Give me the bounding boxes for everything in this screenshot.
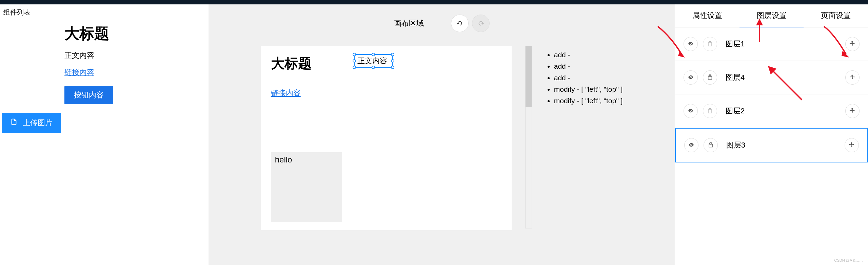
upload-image-button[interactable]: 上传图片 <box>2 113 61 133</box>
canvas-region: 画布区域 大标题 正文内容 <box>209 4 675 265</box>
layer-drag-handle[interactable] <box>845 70 860 85</box>
watermark: CSDN @A &…… <box>834 258 863 262</box>
move-icon <box>849 41 855 48</box>
layer-visibility-toggle[interactable] <box>684 138 698 152</box>
canvas-hello-box[interactable]: hello <box>271 152 342 222</box>
unlock-icon <box>708 142 714 149</box>
event-log-item: modify - [ "left", "top" ] <box>554 95 623 107</box>
layer-row[interactable]: 图层4 <box>675 61 868 94</box>
component-heading[interactable]: 大标题 <box>64 24 208 44</box>
component-text[interactable]: 正文内容 <box>64 50 208 61</box>
move-icon <box>849 142 855 149</box>
canvas-artboard[interactable]: 大标题 正文内容 链接内容 hello <box>261 46 512 230</box>
layer-drag-handle[interactable] <box>845 138 859 152</box>
move-icon <box>849 108 855 115</box>
eye-icon <box>688 74 694 81</box>
unlock-icon <box>707 74 713 81</box>
canvas-link-element[interactable]: 链接内容 <box>271 88 501 98</box>
layer-name-label: 图层1 <box>726 39 840 49</box>
resize-handle-br[interactable] <box>391 66 394 69</box>
event-log-item: add - <box>554 72 623 84</box>
tab-properties[interactable]: 属性设置 <box>675 4 739 27</box>
eye-icon <box>688 108 694 115</box>
resize-handle-tr[interactable] <box>391 53 394 56</box>
layer-row[interactable]: 图层1 <box>675 27 868 61</box>
layer-lock-toggle[interactable] <box>703 70 717 85</box>
undo-button[interactable] <box>451 15 469 32</box>
layer-name-label: 图层3 <box>726 140 840 150</box>
redo-icon <box>477 20 485 27</box>
resize-handle-mr[interactable] <box>391 59 394 63</box>
resize-handle-bl[interactable] <box>353 66 356 69</box>
top-bar <box>0 0 868 4</box>
event-log-item: modify - [ "left", "top" ] <box>554 84 623 95</box>
resize-handle-ml[interactable] <box>353 59 356 63</box>
layer-visibility-toggle[interactable] <box>684 37 698 51</box>
move-icon <box>849 74 855 81</box>
properties-panel: 属性设置图层设置页面设置 图层1图层4图层2图层3 <box>675 4 868 265</box>
unlock-icon <box>707 108 713 115</box>
event-log: add -add -add -modify - [ "left", "top" … <box>546 46 623 230</box>
unlock-icon <box>707 41 713 48</box>
resize-handle-mt[interactable] <box>372 53 375 56</box>
scrollbar-thumb[interactable] <box>526 46 532 107</box>
redo-button <box>472 15 490 32</box>
tab-page[interactable]: 页面设置 <box>804 4 868 27</box>
layer-lock-toggle[interactable] <box>703 104 717 118</box>
component-button[interactable]: 按钮内容 <box>64 86 113 104</box>
event-log-item: add - <box>554 61 623 72</box>
layer-name-label: 图层4 <box>726 72 840 83</box>
event-log-item: add - <box>554 49 623 61</box>
component-sidebar: 组件列表 大标题 正文内容 链接内容 按钮内容 上传图片 <box>0 4 209 265</box>
layer-drag-handle[interactable] <box>845 37 860 51</box>
canvas-text-element-selected[interactable]: 正文内容 <box>354 54 393 68</box>
layer-drag-handle[interactable] <box>845 104 860 118</box>
undo-icon <box>456 20 463 27</box>
layer-lock-toggle[interactable] <box>704 138 718 152</box>
component-list-title: 组件列表 <box>0 8 208 24</box>
selected-text-content: 正文内容 <box>357 57 387 65</box>
layer-lock-toggle[interactable] <box>703 37 717 51</box>
document-icon <box>10 118 18 128</box>
eye-icon <box>688 142 694 149</box>
eye-icon <box>688 41 694 48</box>
layer-visibility-toggle[interactable] <box>684 104 698 118</box>
canvas-scrollbar[interactable] <box>525 46 532 228</box>
layer-row[interactable]: 图层3 <box>675 128 868 162</box>
component-link[interactable]: 链接内容 <box>64 67 208 78</box>
tab-layers[interactable]: 图层设置 <box>739 4 804 27</box>
resize-handle-tl[interactable] <box>353 53 356 56</box>
canvas-title: 画布区域 <box>394 18 424 28</box>
resize-handle-mb[interactable] <box>372 66 375 69</box>
layer-row[interactable]: 图层2 <box>675 94 868 128</box>
layer-visibility-toggle[interactable] <box>684 70 698 85</box>
upload-label: 上传图片 <box>23 118 53 128</box>
canvas-heading-element[interactable]: 大标题 <box>271 54 312 73</box>
layer-name-label: 图层2 <box>726 106 840 116</box>
